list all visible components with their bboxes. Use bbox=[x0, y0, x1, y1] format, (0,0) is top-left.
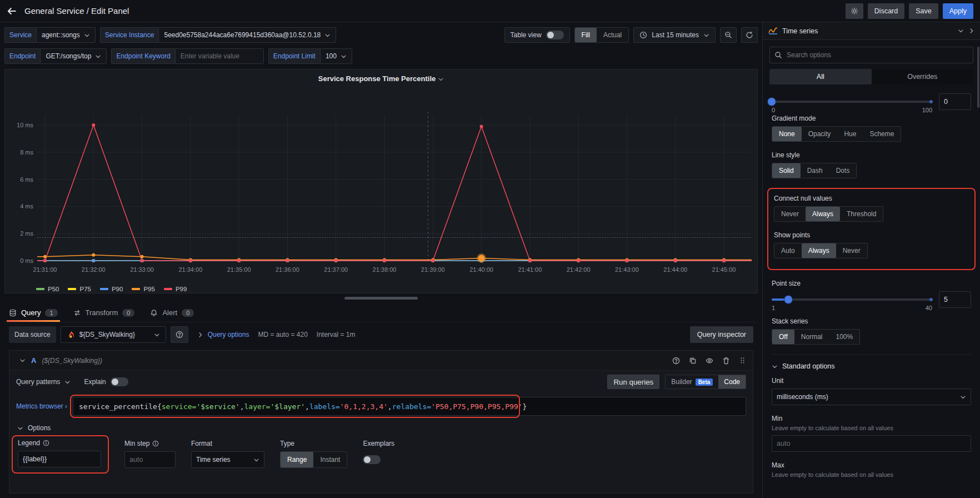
legend-input[interactable] bbox=[18, 451, 101, 467]
show-points-option-always[interactable]: Always bbox=[802, 243, 836, 258]
query-options-link[interactable]: Query options bbox=[208, 331, 249, 338]
gradient-mode-option-opacity[interactable]: Opacity bbox=[802, 127, 838, 141]
back-button[interactable] bbox=[7, 6, 17, 16]
x-axis-label: 21:40:00 bbox=[469, 266, 493, 273]
legend-item-p95[interactable]: P95 bbox=[132, 286, 154, 292]
apply-button[interactable]: Apply bbox=[943, 3, 973, 19]
point-size-value-input[interactable] bbox=[939, 291, 971, 308]
chart-plot[interactable]: 0 ms2 ms4 ms6 ms8 ms10 ms21:31:0021:32:0… bbox=[9, 86, 754, 282]
query-expression-input[interactable]: service_percentile{service='$service', l… bbox=[73, 397, 746, 416]
options-search-input[interactable] bbox=[787, 51, 968, 59]
query-count-badge: 1 bbox=[45, 309, 57, 317]
min-step-input[interactable] bbox=[124, 451, 176, 468]
stack-series-option-normal[interactable]: Normal bbox=[794, 330, 829, 344]
explain-toggle[interactable] bbox=[111, 377, 128, 386]
tab-query[interactable]: Query 1 bbox=[9, 308, 58, 322]
type-option-instant[interactable]: Instant bbox=[313, 452, 347, 467]
point-size-slider[interactable]: 1 40 bbox=[772, 291, 932, 308]
options-tab-option-overrides[interactable]: Overrides bbox=[872, 69, 974, 84]
service-dropdown[interactable]: agent::songs bbox=[36, 27, 96, 43]
unit-select[interactable]: milliseconds (ms) bbox=[772, 389, 971, 405]
metrics-browser-link[interactable]: Metrics browser › bbox=[16, 402, 67, 410]
query-patterns-dropdown[interactable]: Query patterns bbox=[16, 378, 71, 386]
legend-item-p75[interactable]: P75 bbox=[68, 286, 91, 292]
time-range-picker[interactable]: Last 15 minutes bbox=[633, 27, 716, 43]
collapse-pane-chevron-right-icon[interactable] bbox=[968, 28, 974, 34]
y-axis-label: 10 ms bbox=[17, 122, 33, 128]
delete-query-trash-icon[interactable] bbox=[722, 357, 730, 365]
resize-handle[interactable] bbox=[344, 297, 418, 300]
code-toggle[interactable]: Code bbox=[718, 375, 746, 389]
panel-title[interactable]: Service Response Time Percentile bbox=[9, 73, 753, 86]
options-tab-option-all[interactable]: All bbox=[769, 69, 872, 84]
gradient-mode-option-scheme[interactable]: Scheme bbox=[863, 127, 901, 141]
line-style-option-solid[interactable]: Solid bbox=[772, 163, 801, 178]
fill-actual-option-actual[interactable]: Actual bbox=[597, 28, 628, 42]
service-instance-dropdown[interactable]: 5eed0e5758a244aca6e7699415d360aa@10.52.0… bbox=[158, 27, 336, 43]
highlighted-point[interactable] bbox=[478, 255, 485, 262]
slider-max-label: 40 bbox=[926, 305, 932, 311]
connect-null-option-never[interactable]: Never bbox=[774, 207, 806, 221]
tab-alert[interactable]: Alert 0 bbox=[150, 308, 194, 322]
endpoint-limit-value: 100 bbox=[326, 52, 337, 60]
query-row-header[interactable]: A (${DS_SkyWalking}) bbox=[9, 351, 753, 371]
slider-handle[interactable] bbox=[784, 296, 792, 303]
legend-item-p99[interactable]: P99 bbox=[164, 286, 187, 292]
tab-transform[interactable]: Transform 0 bbox=[73, 308, 135, 322]
line-style-option-dash[interactable]: Dash bbox=[801, 163, 829, 178]
legend-item-p50[interactable]: P50 bbox=[36, 286, 59, 292]
code-label: Code bbox=[724, 378, 740, 386]
page-title: General Service / Edit Panel bbox=[24, 6, 129, 16]
duplicate-query-icon[interactable] bbox=[689, 357, 697, 365]
fill-opacity-value-input[interactable] bbox=[939, 93, 971, 110]
tab-alert-label: Alert bbox=[162, 308, 177, 317]
slider-handle[interactable] bbox=[768, 98, 776, 106]
gradient-mode-option-none[interactable]: None bbox=[772, 127, 802, 141]
query-inspector-button[interactable]: Query inspector bbox=[690, 326, 753, 343]
min-input[interactable] bbox=[772, 435, 971, 452]
options-header-label: Options bbox=[28, 424, 51, 432]
table-view-toggle[interactable] bbox=[546, 31, 564, 39]
help-circle-icon[interactable] bbox=[672, 357, 680, 365]
zoom-out-button[interactable] bbox=[720, 27, 737, 43]
panel-settings-button[interactable] bbox=[846, 3, 863, 19]
standard-options-collapse[interactable]: Standard options bbox=[772, 354, 971, 377]
data-point-p99 bbox=[237, 259, 241, 262]
query-options-collapse[interactable]: Options bbox=[9, 420, 753, 433]
fill-actual-option-fill[interactable]: Fill bbox=[575, 28, 597, 42]
legend-item-p90[interactable]: P90 bbox=[100, 286, 123, 292]
endpoint-keyword-input[interactable] bbox=[175, 48, 264, 64]
drag-grip-icon[interactable] bbox=[739, 357, 746, 364]
chevron-down-icon bbox=[772, 363, 778, 370]
sidebar-scrollbar[interactable] bbox=[977, 47, 979, 108]
max-helper-text: Leave empty to calculate based on all va… bbox=[772, 471, 971, 478]
slider-max-label: 100 bbox=[922, 107, 932, 113]
refresh-button[interactable] bbox=[741, 27, 758, 43]
save-button[interactable]: Save bbox=[909, 3, 938, 19]
stack-series-option-off[interactable]: Off bbox=[772, 330, 794, 344]
line-style-option-dots[interactable]: Dots bbox=[829, 163, 857, 178]
run-queries-button[interactable]: Run queries bbox=[607, 375, 659, 389]
gradient-mode-option-hue[interactable]: Hue bbox=[837, 127, 863, 141]
datasource-help-button[interactable] bbox=[171, 326, 188, 343]
endpoint-dropdown[interactable]: GET:/songs/top bbox=[40, 48, 107, 64]
format-select[interactable]: Time series bbox=[191, 451, 264, 468]
fill-opacity-slider[interactable]: 0 100 bbox=[772, 93, 932, 110]
stack-series-option-100-[interactable]: 100% bbox=[829, 330, 859, 344]
connect-null-option-threshold[interactable]: Threshold bbox=[840, 207, 883, 221]
builder-toggle[interactable]: BuilderBeta bbox=[666, 375, 718, 389]
connect-null-option-always[interactable]: Always bbox=[806, 207, 840, 221]
hide-query-eye-icon[interactable] bbox=[706, 357, 713, 365]
discard-button[interactable]: Discard bbox=[868, 3, 904, 19]
endpoint-limit-dropdown[interactable]: 100 bbox=[320, 48, 352, 64]
exemplars-toggle[interactable] bbox=[363, 455, 381, 464]
data-point-p99 bbox=[383, 259, 386, 262]
type-option-range[interactable]: Range bbox=[281, 452, 313, 467]
visualization-picker[interactable]: Time series bbox=[763, 22, 980, 40]
chevron-down-icon bbox=[253, 457, 259, 463]
show-points-option-never[interactable]: Never bbox=[836, 243, 867, 258]
query-ref-id: A bbox=[31, 356, 36, 365]
point-size-section: Point size 1 40 bbox=[772, 280, 971, 308]
datasource-picker[interactable]: ${DS_SkyWalking} bbox=[61, 326, 166, 343]
show-points-option-auto[interactable]: Auto bbox=[774, 243, 802, 258]
